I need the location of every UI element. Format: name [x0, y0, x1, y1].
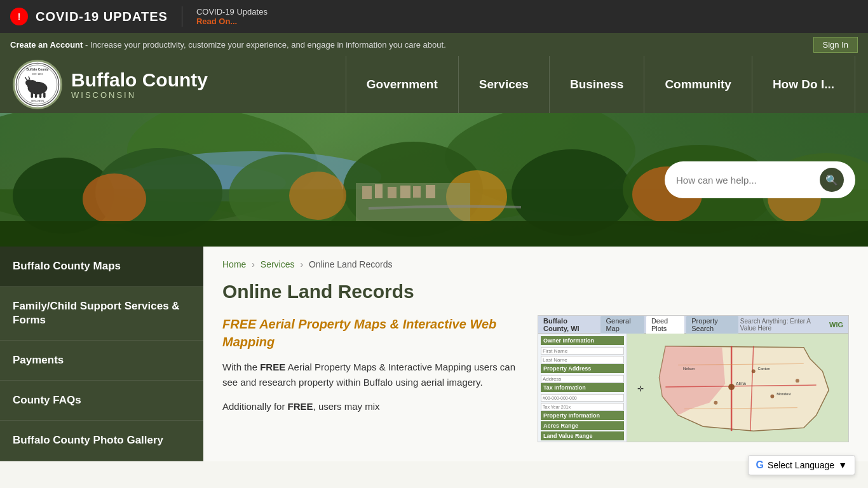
create-account-link[interactable]: Create an Account: [10, 40, 83, 50]
nav-how-do-i[interactable]: How Do I...: [752, 56, 855, 113]
map-location-label: Buffalo County, WI: [543, 317, 594, 332]
svg-rect-38: [413, 186, 421, 198]
svg-rect-9: [39, 93, 42, 98]
svg-rect-34: [362, 186, 372, 199]
map-field-parcel[interactable]: [541, 394, 624, 402]
breadcrumb-current: Online Land Records: [309, 259, 393, 269]
map-panel-improvement: Improvement Value Range: [541, 442, 624, 442]
nav-government[interactable]: Government: [346, 56, 459, 113]
nav-services[interactable]: Services: [459, 56, 550, 113]
search-icon: 🔍: [825, 174, 838, 186]
account-bar-text: Create an Account - Increase your produc…: [10, 40, 446, 50]
sign-in-button[interactable]: Sign In: [813, 37, 858, 53]
nav-community[interactable]: Community: [644, 56, 752, 113]
map-mockup: Buffalo County, WI General Map Deed Plot…: [538, 315, 849, 442]
breadcrumb-services[interactable]: Services: [261, 259, 295, 269]
svg-text:Alma: Alma: [736, 381, 746, 386]
site-subtitle: WISCONSIN: [71, 90, 208, 100]
svg-text:✛: ✛: [637, 384, 644, 393]
svg-text:Nelson: Nelson: [683, 367, 695, 370]
free-bold-2: FREE: [288, 401, 313, 412]
logo-circle: Buffalo County EST. 1853 WISCONSIN: [13, 60, 62, 109]
svg-rect-8: [35, 93, 37, 98]
map-tab-deed[interactable]: Deed Plots: [646, 316, 684, 334]
sidebar: Buffalo County Maps Family/Child Support…: [0, 247, 203, 461]
svg-text:EST. 1853: EST. 1853: [32, 73, 43, 76]
sidebar-item-maps[interactable]: Buffalo County Maps: [0, 247, 203, 287]
body-paragraph-1: With the FREE Aerial Property Maps & Int…: [222, 360, 522, 390]
hero-banner: 🔍: [0, 113, 868, 247]
map-tab-property[interactable]: Property Search: [686, 316, 738, 334]
breadcrumb: Home › Services › Online Land Records: [222, 259, 849, 269]
search-box: 🔍: [665, 161, 855, 198]
map-panel-property-info: Property Information: [541, 411, 624, 420]
search-input[interactable]: [676, 175, 815, 186]
select-language-label: Select Language: [768, 460, 834, 470]
select-language-widget[interactable]: G Select Language ▼: [748, 455, 855, 475]
map-search-hint: Search Anything: Enter A Value Here: [740, 318, 825, 332]
breadcrumb-home[interactable]: Home: [222, 259, 246, 269]
covid-update-label: COVID-19 Updates: [196, 7, 268, 17]
nav-business[interactable]: Business: [550, 56, 644, 113]
county-seal-svg: Buffalo County EST. 1853 WISCONSIN: [15, 62, 60, 107]
page-image: Buffalo County, WI General Map Deed Plot…: [538, 315, 849, 442]
sidebar-item-payments[interactable]: Payments: [0, 341, 203, 381]
svg-text:Canton: Canton: [758, 367, 770, 370]
main-nav: Government Services Business Community H…: [346, 56, 855, 113]
covid-icon: !: [10, 8, 28, 25]
search-button[interactable]: 🔍: [820, 168, 844, 192]
google-translate-icon: G: [756, 459, 764, 471]
logo-area[interactable]: Buffalo County EST. 1853 WISCONSIN Buffa…: [13, 60, 208, 109]
site-name: Buffalo County: [71, 69, 208, 90]
map-brand: WIG: [829, 321, 843, 329]
free-heading-text: FREE Aerial Property Maps & Interactive …: [222, 317, 496, 349]
svg-rect-35: [375, 184, 383, 198]
main-content: Home › Services › Online Land Records On…: [203, 247, 868, 461]
map-header-bar: Buffalo County, WI General Map Deed Plot…: [538, 316, 848, 334]
covid-read-on-link[interactable]: Read On...: [196, 17, 268, 26]
map-panel-address: Property Address: [541, 364, 624, 373]
sidebar-item-photo-gallery[interactable]: Buffalo County Photo Gallery: [0, 421, 203, 461]
site-title: Buffalo County WISCONSIN: [71, 69, 208, 100]
map-field-last[interactable]: [541, 356, 624, 363]
breadcrumb-sep2: ›: [300, 259, 303, 269]
map-body: Owner Information Property Address Tax I…: [538, 334, 848, 442]
covid-text-block: COVID-19 Updates Read On...: [196, 7, 268, 26]
svg-rect-39: [426, 185, 435, 198]
map-panel-owner: Owner Information: [541, 336, 624, 345]
svg-point-50: [714, 401, 717, 405]
map-tab-general[interactable]: General Map: [600, 316, 644, 334]
svg-point-47: [728, 384, 735, 390]
svg-rect-37: [400, 186, 410, 198]
breadcrumb-sep1: ›: [252, 259, 255, 269]
account-bar-description: - Increase your productivity, customize …: [85, 40, 446, 50]
svg-text:Buffalo County: Buffalo County: [26, 68, 48, 71]
svg-rect-7: [31, 93, 34, 98]
search-overlay: 🔍: [665, 161, 855, 198]
account-bar: Create an Account - Increase your produc…: [0, 33, 868, 56]
free-heading: FREE Aerial Property Maps & Interactive …: [222, 315, 522, 351]
map-area: Alma Canton Mondovi Nelson ✛: [627, 334, 848, 442]
sidebar-item-county-faqs[interactable]: County FAQs: [0, 381, 203, 421]
map-panel-acres: Acres Range: [541, 421, 624, 430]
svg-point-28: [83, 173, 146, 224]
svg-rect-40: [0, 221, 868, 247]
page-body: FREE Aerial Property Maps & Interactive …: [222, 315, 849, 442]
content-area: Buffalo County Maps Family/Child Support…: [0, 247, 868, 461]
map-field-address[interactable]: [541, 375, 624, 383]
map-sidebar-panel: Owner Information Property Address Tax I…: [538, 334, 627, 442]
svg-point-49: [770, 395, 774, 398]
svg-point-29: [289, 172, 346, 220]
svg-text:Mondovi: Mondovi: [776, 392, 790, 396]
language-dropdown-arrow: ▼: [838, 460, 847, 470]
svg-point-6: [25, 79, 32, 86]
site-header: Buffalo County EST. 1853 WISCONSIN Buffa…: [0, 56, 868, 113]
svg-text:WISCONSIN: WISCONSIN: [31, 100, 44, 102]
map-field-first[interactable]: [541, 347, 624, 355]
svg-point-51: [796, 379, 799, 383]
svg-rect-10: [43, 93, 46, 98]
map-panel-tax: Tax Information: [541, 383, 624, 392]
map-field-taxyear[interactable]: [541, 403, 624, 410]
free-bold-1: FREE: [260, 362, 285, 372]
sidebar-item-family-child[interactable]: Family/Child Support Services & Forms: [0, 287, 203, 341]
